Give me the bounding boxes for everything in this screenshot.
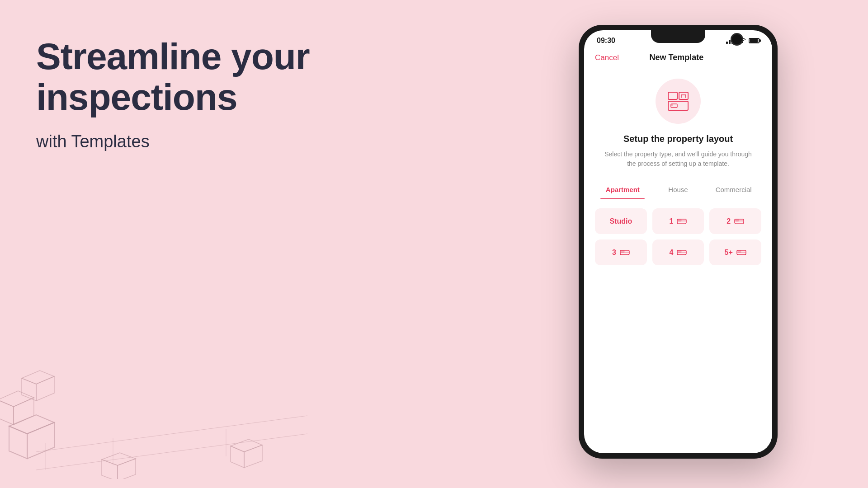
bed-icon-1: [677, 216, 687, 226]
1bed-button[interactable]: 1: [652, 208, 704, 234]
bed-icon-5plus: [736, 248, 746, 257]
svg-marker-19: [22, 371, 54, 384]
phone-camera: [731, 33, 743, 46]
cancel-button[interactable]: Cancel: [595, 53, 619, 62]
setup-title: Setup the property layout: [623, 134, 733, 144]
svg-rect-21: [679, 92, 688, 99]
header-title: New Template: [650, 53, 704, 62]
app-header: Cancel New Template: [584, 48, 772, 70]
setup-description: Select the property type, and we'll guid…: [595, 150, 761, 169]
svg-marker-7: [231, 439, 262, 452]
phone-mockup: 09:30: [579, 25, 778, 459]
2bed-button[interactable]: 2: [709, 208, 761, 234]
tab-house[interactable]: House: [651, 181, 706, 199]
grid-row-2: 3: [595, 239, 761, 265]
tab-commercial[interactable]: Commercial: [706, 181, 761, 199]
bedroom-grid: Studio 1: [595, 208, 761, 265]
left-section: Streamline your inspections with Templat…: [36, 36, 335, 151]
4bed-label: 4: [670, 249, 674, 257]
svg-marker-16: [0, 391, 34, 407]
svg-marker-13: [9, 415, 54, 434]
phone-outer: 09:30: [579, 25, 778, 459]
property-icon-circle: [656, 79, 701, 124]
5plus-button[interactable]: 5+: [709, 239, 761, 265]
phone-notch: [651, 30, 705, 43]
grid-row-1: Studio 1: [595, 208, 761, 234]
svg-rect-24: [671, 104, 673, 106]
studio-button[interactable]: Studio: [595, 208, 647, 234]
svg-line-0: [36, 434, 307, 470]
property-icon: [665, 89, 691, 114]
bed-icon-2: [734, 216, 744, 226]
3bed-button[interactable]: 3: [595, 239, 647, 265]
studio-label: Studio: [609, 217, 632, 225]
1bed-label: 1: [670, 217, 674, 225]
boxes-illustration: [0, 262, 316, 479]
app-content: Setup the property layout Select the pro…: [584, 70, 772, 453]
sub-heading: with Templates: [36, 132, 335, 151]
svg-marker-12: [9, 426, 27, 459]
main-heading: Streamline your inspections: [36, 36, 335, 117]
5plus-label: 5+: [725, 249, 733, 257]
2bed-label: 2: [726, 217, 731, 225]
svg-rect-20: [668, 92, 677, 99]
3bed-label: 3: [612, 249, 616, 257]
tabs-row: Apartment House Commercial: [595, 181, 761, 199]
svg-marker-14: [14, 398, 34, 425]
4bed-button[interactable]: 4: [652, 239, 704, 265]
svg-line-1: [36, 416, 307, 452]
status-time: 09:30: [597, 37, 615, 45]
phone-screen: 09:30: [584, 30, 772, 453]
tab-apartment[interactable]: Apartment: [595, 181, 651, 199]
bed-icon-4: [677, 248, 687, 257]
bed-icon-3: [620, 248, 630, 257]
battery-icon: [749, 38, 760, 43]
